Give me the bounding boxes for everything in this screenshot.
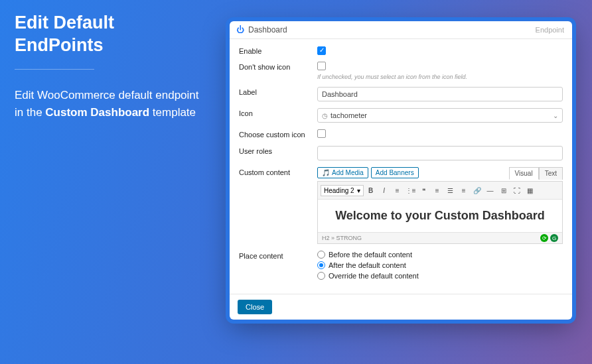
- enable-checkbox[interactable]: [317, 46, 326, 55]
- user-roles-input[interactable]: [317, 146, 563, 160]
- align-left-button[interactable]: ≡: [431, 184, 443, 196]
- format-select[interactable]: Heading 2▾: [321, 185, 364, 196]
- modal-type-label: Endpoint: [536, 26, 564, 34]
- numbered-list-button[interactable]: ⋮≡: [405, 184, 417, 196]
- insert-button[interactable]: —: [484, 184, 496, 196]
- status-dot-icon: ⟳: [540, 234, 548, 242]
- caret-down-icon: ▾: [357, 187, 360, 194]
- dont-show-icon-checkbox[interactable]: [317, 62, 326, 70]
- divider: [15, 69, 94, 70]
- add-media-button[interactable]: 🎵Add Media: [317, 167, 368, 178]
- media-icon: 🎵: [322, 169, 330, 176]
- choose-custom-icon-label: Choose custom icon: [239, 129, 317, 139]
- modal-footer: Close: [230, 294, 572, 320]
- bold-button[interactable]: B: [365, 184, 377, 196]
- modal-body: Enable Don't show icon If unchecked, you…: [230, 39, 572, 294]
- toolbar-toggle-button[interactable]: ▦: [524, 184, 536, 196]
- bullet-list-button[interactable]: ≡: [392, 184, 404, 196]
- editor-path: H2 » STRONG: [322, 235, 362, 241]
- enable-label: Enable: [239, 46, 317, 55]
- radio-after-default[interactable]: After the default content: [317, 261, 563, 269]
- modal-header: ⏻ Dashboard Endpoint: [230, 21, 572, 39]
- radio-override-default[interactable]: Override the default content: [317, 272, 563, 280]
- label-input[interactable]: [317, 87, 563, 101]
- tab-visual[interactable]: Visual: [509, 167, 539, 180]
- tab-text[interactable]: Text: [539, 167, 563, 180]
- italic-button[interactable]: I: [378, 184, 390, 196]
- label-field-label: Label: [239, 87, 317, 96]
- power-icon: ⏻: [236, 25, 244, 34]
- icon-label: Icon: [239, 108, 317, 117]
- place-content-label: Place content: [239, 251, 317, 260]
- tachometer-icon: ◷: [322, 112, 328, 119]
- icon-select[interactable]: ◷tachometer ⌄: [317, 108, 563, 123]
- page-heading: Edit Default EndPoints: [15, 12, 207, 57]
- editor-content-area[interactable]: Welcome to your Custom Dashboard: [318, 200, 562, 232]
- page-description: Edit WooCommerce default endpoint in the…: [15, 87, 207, 122]
- wysiwyg-editor: Heading 2▾ B I ≡ ⋮≡ ❝ ≡ ☰ ≡ 🔗 — ⊞ ⛶ ▦: [317, 181, 563, 244]
- align-right-button[interactable]: ≡: [458, 184, 470, 196]
- editor-heading: Welcome to your Custom Dashboard: [325, 209, 555, 223]
- modal-title: Dashboard: [248, 25, 536, 34]
- grammarly-icon: G: [550, 234, 558, 242]
- editor-toolbar: Heading 2▾ B I ≡ ⋮≡ ❝ ≡ ☰ ≡ 🔗 — ⊞ ⛶ ▦: [318, 182, 562, 200]
- blockquote-button[interactable]: ❝: [418, 184, 430, 196]
- dont-show-icon-label: Don't show icon: [239, 62, 317, 71]
- align-center-button[interactable]: ☰: [445, 184, 457, 196]
- chevron-down-icon: ⌄: [553, 112, 558, 119]
- fullscreen-button[interactable]: ⛶: [511, 184, 523, 196]
- editor-status-bar: H2 » STRONG ⟳ G: [318, 232, 562, 243]
- link-button[interactable]: 🔗: [471, 184, 483, 196]
- endpoint-editor-modal: ⏻ Dashboard Endpoint Enable Don't show i…: [230, 21, 572, 320]
- readmore-button[interactable]: ⊞: [498, 184, 510, 196]
- radio-before-default[interactable]: Before the default content: [317, 251, 563, 259]
- user-roles-label: User roles: [239, 146, 317, 155]
- custom-content-label: Custom content: [239, 167, 317, 176]
- dont-show-icon-help: If unchecked, you must select an icon fr…: [317, 74, 563, 80]
- choose-custom-icon-checkbox[interactable]: [317, 129, 326, 138]
- close-button[interactable]: Close: [238, 300, 272, 314]
- add-banners-button[interactable]: Add Banners: [371, 167, 419, 178]
